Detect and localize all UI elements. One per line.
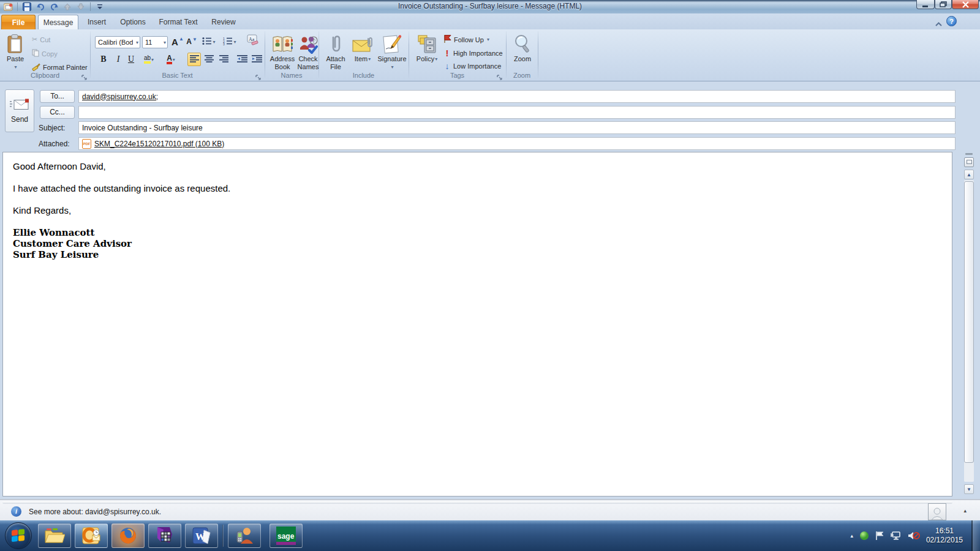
signature-button[interactable]: Signature ▾	[377, 31, 407, 71]
text-highlight-button[interactable]: ab ▾	[142, 53, 156, 66]
cc-button[interactable]: Cc...	[40, 106, 75, 119]
group-separator	[538, 31, 538, 78]
email-body-editor[interactable]: Good Afternoon David, I have attached th…	[2, 152, 952, 497]
scroll-down-button[interactable]: ▼	[964, 484, 974, 494]
message-header-form: Send To... david@spisurrey.co.uk; Cc... …	[0, 82, 980, 151]
font-color-button[interactable]: A ▾	[164, 53, 178, 66]
signature-role: Customer Care Advisor	[13, 238, 952, 249]
taskbar-contact-phone-button[interactable]	[228, 523, 261, 548]
assign-policy-button[interactable]: Policy ▾	[413, 31, 441, 63]
to-button[interactable]: To...	[40, 90, 75, 103]
tab-format-text[interactable]: Format Text	[154, 15, 203, 29]
start-button[interactable]	[5, 522, 32, 549]
paste-button[interactable]: Paste ▾	[2, 31, 28, 71]
align-center-button[interactable]	[202, 53, 216, 66]
format-painter-label: Format Painter	[43, 64, 88, 71]
address-book-button[interactable]: Address Book	[268, 31, 297, 71]
tab-insert[interactable]: Insert	[81, 15, 112, 29]
cut-button[interactable]: ✂ Cut	[32, 36, 50, 43]
underline-button[interactable]: U	[124, 53, 138, 66]
paste-icon	[7, 32, 24, 54]
tags-dialog-launcher-icon[interactable]	[497, 72, 504, 80]
increase-indent-icon	[252, 55, 262, 64]
cut-label: Cut	[40, 36, 50, 43]
minimize-ribbon-icon[interactable]	[935, 18, 942, 29]
tab-file[interactable]: File	[1, 15, 36, 29]
font-name-combo[interactable]: Calibri (Bod ▾	[95, 36, 140, 48]
align-left-button[interactable]	[187, 53, 201, 66]
grow-font-button[interactable]: A▲	[171, 35, 184, 48]
action-center-flag-icon[interactable]	[875, 531, 884, 541]
attach-item-button[interactable]: Item ▾	[350, 31, 375, 63]
scrollbar-track[interactable]	[964, 180, 974, 482]
align-right-button[interactable]	[217, 53, 230, 66]
subject-value[interactable]: Invoice Outstanding - Surfbay leisure	[82, 124, 203, 132]
attached-field[interactable]: PDF SKM_C224e15120217010.pdf (100 KB)	[78, 137, 956, 150]
tray-green-status-icon[interactable]	[859, 531, 869, 541]
taskbar-outlook-button[interactable]	[75, 523, 108, 548]
taskbar-sage-button[interactable]: sage	[270, 523, 303, 548]
dropdown-arrow-icon: ▾	[173, 57, 175, 62]
tray-clock[interactable]: 16:51 02/12/2015	[926, 527, 963, 545]
show-hidden-icons-button[interactable]: ▴	[850, 533, 853, 539]
follow-up-flag-icon	[443, 34, 451, 45]
taskbar-firefox-button[interactable]	[111, 523, 145, 548]
attached-label: Attached:	[39, 140, 70, 148]
check-names-button[interactable]: Check Names	[298, 31, 318, 71]
reading-pane-toggle-icon[interactable]	[964, 157, 974, 167]
shrink-font-button[interactable]: A▼	[185, 35, 198, 48]
taskbar-word-button[interactable]: W	[185, 523, 218, 548]
attach-file-button[interactable]: Attach File	[323, 31, 349, 71]
bullets-button[interactable]: ▾	[202, 35, 216, 48]
people-pane-collapse-icon[interactable]: ▴	[963, 508, 967, 514]
network-icon[interactable]	[891, 531, 902, 541]
copy-label: Copy	[42, 50, 58, 58]
clipboard-dialog-launcher-icon[interactable]	[81, 72, 89, 80]
cc-field[interactable]	[78, 106, 956, 119]
decrease-indent-button[interactable]	[235, 53, 249, 66]
contact-avatar[interactable]	[928, 503, 946, 520]
clear-formatting-button[interactable]: Aa	[246, 34, 260, 47]
people-pane-splitter[interactable]	[2, 501, 952, 504]
scroll-up-button[interactable]: ▲	[964, 170, 974, 179]
show-desktop-button[interactable]	[971, 520, 980, 551]
close-button[interactable]	[952, 0, 979, 9]
low-importance-button[interactable]: ↓ Low Importance	[443, 61, 501, 71]
minimize-button[interactable]	[916, 0, 935, 9]
tab-review[interactable]: Review	[206, 15, 241, 29]
help-icon[interactable]: ?	[946, 16, 957, 26]
follow-up-button[interactable]: Follow Up ▾	[443, 34, 489, 45]
subject-field[interactable]: Invoice Outstanding - Surfbay leisure	[78, 121, 956, 134]
restore-button[interactable]	[935, 0, 952, 9]
zoom-button[interactable]: Zoom	[509, 31, 536, 63]
italic-button[interactable]: I	[111, 53, 125, 66]
send-button[interactable]: Send	[5, 89, 34, 132]
check-names-label-2: Names	[298, 63, 319, 71]
high-importance-button[interactable]: ! High Importance	[443, 48, 503, 58]
align-center-icon	[205, 55, 214, 64]
taskbar-grid-app-button[interactable]	[148, 523, 181, 548]
bold-button[interactable]: B	[97, 53, 110, 66]
signature-label: Signature	[377, 55, 406, 63]
attach-file-label-2: File	[330, 63, 341, 71]
volume-muted-icon[interactable]	[908, 531, 920, 541]
attachment-link[interactable]: SKM_C224e15120217010.pdf (100 KB)	[94, 140, 224, 148]
increase-indent-button[interactable]	[250, 53, 263, 66]
taskbar-explorer-button[interactable]	[38, 523, 71, 548]
font-size-combo[interactable]: 11 ▾	[142, 36, 168, 48]
basic-text-dialog-launcher-icon[interactable]	[255, 72, 263, 80]
outlook-message-window: Invoice Outstanding - Surfbay leisure - …	[0, 0, 980, 551]
copy-button[interactable]: Copy	[32, 49, 58, 58]
taskbar-separator	[222, 525, 224, 547]
numbering-button[interactable]: 123 ▾	[223, 35, 236, 48]
scrollbar-thumb[interactable]	[964, 181, 974, 463]
highlight-icon: ab	[144, 55, 151, 64]
to-value[interactable]: david@spisurrey.co.uk;	[82, 92, 158, 101]
to-field[interactable]: david@spisurrey.co.uk;	[78, 90, 956, 103]
vertical-scrollbar[interactable]: ▲ ▼	[963, 152, 974, 494]
align-right-icon	[219, 55, 228, 64]
tab-message[interactable]: Message	[38, 15, 78, 29]
splitter-handle[interactable]	[963, 152, 974, 156]
tab-options[interactable]: Options	[115, 15, 151, 29]
format-painter-button[interactable]: Format Painter	[32, 62, 88, 72]
